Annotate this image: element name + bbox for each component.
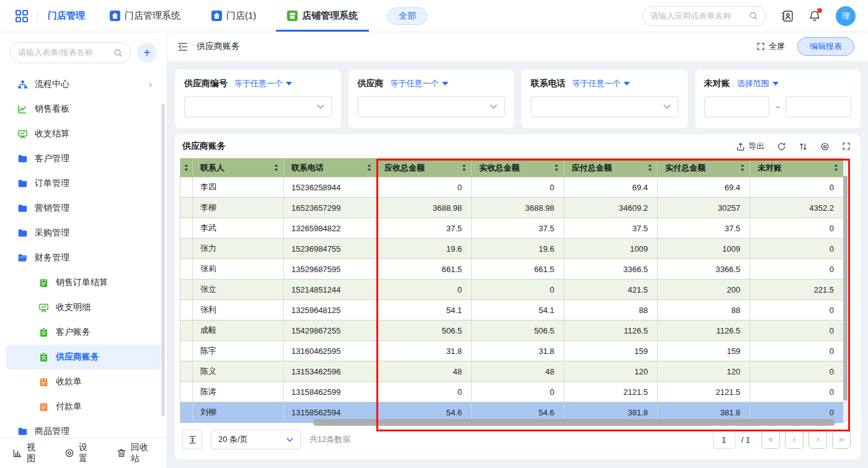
user-avatar[interactable]: 理	[836, 6, 856, 26]
table-row-9[interactable]: 陈宇1316046259531.831.81591590	[180, 341, 844, 361]
column-sort-icon[interactable]	[740, 164, 745, 172]
next-page-button[interactable]: ›	[808, 430, 827, 449]
folder-icon	[17, 179, 28, 189]
sidebar-footer-回收站[interactable]: 回收站	[117, 442, 154, 464]
table-row-6[interactable]: 张立1521485124400421.5200221.5	[180, 280, 844, 300]
app-tab-3[interactable]: 店铺管理系统	[286, 0, 359, 32]
last-page-button[interactable]: »	[832, 430, 851, 449]
sidebar-footer-label: 回收站	[131, 442, 154, 464]
sidebar-search-input[interactable]: 请输入表单/报表名称	[10, 42, 131, 63]
page-number-input[interactable]: 1	[713, 430, 735, 449]
column-header-未对账[interactable]: 未对账	[750, 159, 844, 177]
column-sort-icon[interactable]	[554, 164, 559, 172]
sidebar-item-label: 销售看板	[35, 104, 69, 115]
table-card: 供应商账务 导出	[175, 135, 861, 459]
sidebar-item-营销管理[interactable]: 营销管理	[6, 196, 161, 221]
column-sort-icon[interactable]	[647, 164, 653, 172]
column-header-应付总金额[interactable]: 应付总金额	[564, 159, 658, 177]
sidebar-footer-设置[interactable]: 设置	[64, 442, 94, 464]
table-fullscreen-icon[interactable]	[842, 142, 851, 151]
page-size-select[interactable]: 20 条/页	[211, 430, 301, 449]
sidebar-item-客户管理[interactable]: 客户管理	[6, 146, 161, 171]
contacts-icon[interactable]	[781, 10, 794, 22]
column-sort-icon[interactable]	[273, 164, 279, 172]
column-header-联系电话[interactable]: 联系电话	[284, 159, 377, 177]
app-tab-1[interactable]: 门店管理系统	[108, 0, 182, 32]
sidebar-item-销售订单结算[interactable]: 销售订单结算	[6, 270, 161, 295]
edit-report-button[interactable]: 编辑报表	[797, 37, 854, 56]
sidebar-item-销售看板[interactable]: 销售看板	[6, 97, 161, 121]
horizontal-scrollbar[interactable]	[313, 419, 835, 426]
column-header-应收总金额[interactable]: 应收总金额	[377, 159, 472, 177]
sidebar-item-label: 收支明细	[56, 302, 91, 313]
app-launcher-icon[interactable]	[15, 9, 29, 23]
row-height-icon[interactable]	[182, 430, 202, 449]
column-sort-icon[interactable]	[461, 164, 467, 172]
visibility-icon[interactable]	[820, 142, 830, 151]
filter-operator-dropdown[interactable]: 选择范围	[737, 78, 779, 89]
table-row-5[interactable]: 张莉13529687595661.5661.53366.53366.50	[180, 259, 844, 280]
range-max-input[interactable]	[786, 96, 851, 117]
range-min-input[interactable]	[704, 96, 770, 117]
all-filter-pill[interactable]: 全部	[388, 7, 427, 25]
sort-icon[interactable]	[799, 142, 808, 151]
table-row-10[interactable]: 陈义1315346259648481201200	[180, 361, 844, 382]
cell-应收总金额: 661.5	[377, 259, 472, 280]
sidebar-item-收支明细[interactable]: 收支明细	[6, 295, 161, 320]
sidebar-item-收款单[interactable]: 收款单	[6, 369, 161, 394]
sidebar-item-label: 流程中心	[35, 79, 69, 90]
filter-select[interactable]	[531, 96, 678, 117]
sidebar-item-付款单[interactable]: 付款单	[6, 394, 161, 419]
refresh-icon[interactable]	[777, 142, 786, 151]
export-button[interactable]: 导出	[736, 141, 764, 152]
table-row-2[interactable]: 李柳165236572993688.983688.9834609.2302574…	[180, 198, 844, 218]
table-row-11[interactable]: 陈涛13158462599002121.52121.50	[180, 382, 844, 402]
collapse-sidebar-icon[interactable]	[177, 42, 188, 51]
cell-partial	[180, 320, 193, 341]
table-row-3[interactable]: 李武1326598482237.537.537.537.50	[180, 218, 844, 239]
sidebar-item-财务管理[interactable]: 财务管理	[6, 245, 161, 270]
column-header-实付总金额[interactable]: 实付总金额	[658, 159, 750, 177]
column-header-partial[interactable]	[180, 159, 193, 177]
workspace-link[interactable]: 门店管理	[48, 10, 85, 22]
filter-operator-dropdown[interactable]: 等于任意一个	[391, 78, 448, 89]
global-search-input[interactable]: 请输入应用或表单名称	[642, 6, 766, 26]
sidebar-item-收支结算[interactable]: 收支结算	[6, 121, 161, 146]
column-sort-icon[interactable]	[833, 164, 839, 172]
column-sort-icon[interactable]	[366, 164, 372, 172]
cell-未对账: 0	[750, 320, 844, 341]
sidebar-item-客户账务[interactable]: 客户账务	[6, 320, 161, 345]
sidebar-footer-视图[interactable]: 视图	[12, 442, 42, 464]
column-label: 应收总金额	[384, 162, 425, 174]
table-row-4[interactable]: 张力1523698475519.619.6100910090	[180, 239, 844, 259]
add-form-button[interactable]: +	[137, 43, 157, 63]
table-row-1[interactable]: 李四152362589440069.469.40	[180, 177, 844, 198]
cell-应付总金额: 3366.5	[564, 259, 658, 280]
filter-select[interactable]	[184, 96, 332, 117]
fullscreen-button[interactable]: 全屏	[756, 41, 785, 52]
sidebar-item-采购管理[interactable]: 采购管理	[6, 221, 161, 245]
sidebar-scrollbar[interactable]	[161, 104, 165, 417]
sidebar-item-供应商账务[interactable]: 供应商账务	[6, 345, 161, 369]
page-header: 供应商账务 全屏 编辑报表	[167, 32, 868, 61]
app-tab-2[interactable]: 门店(1)	[210, 0, 257, 32]
cell-联系电话: 15236984755	[284, 239, 377, 259]
cell-实付总金额: 2121.5	[658, 382, 750, 402]
sidebar-item-流程中心[interactable]: 流程中心›	[6, 72, 161, 97]
filter-operator-dropdown[interactable]: 等于任意一个	[234, 78, 292, 89]
vertical-scrollbar[interactable]	[843, 159, 848, 422]
first-page-button[interactable]: «	[761, 430, 780, 449]
filter-select[interactable]	[358, 96, 505, 117]
filter-operator-dropdown[interactable]: 等于任意一个	[572, 78, 630, 89]
sidebar-item-label: 财务管理	[35, 252, 69, 263]
notification-bell-icon[interactable]	[808, 10, 821, 22]
prev-page-button[interactable]: ‹	[785, 430, 804, 449]
table-row-8[interactable]: 成毅15429867255506.5506.51126.51126.50	[180, 320, 844, 341]
column-header-联系人[interactable]: 联系人	[193, 159, 284, 177]
column-header-实收总金额[interactable]: 实收总金额	[472, 159, 564, 177]
sidebar-item-订单管理[interactable]: 订单管理	[6, 171, 161, 196]
main-content: 供应商账务 全屏 编辑报表 供应商编号等于任意一个供应商等于任意一个联系电话等于…	[167, 32, 868, 468]
cell-未对账: 221.5	[750, 280, 844, 300]
sidebar-item-商品管理[interactable]: 商品管理	[6, 419, 161, 437]
table-row-7[interactable]: 张利1325964812554.154.188880	[180, 300, 844, 320]
